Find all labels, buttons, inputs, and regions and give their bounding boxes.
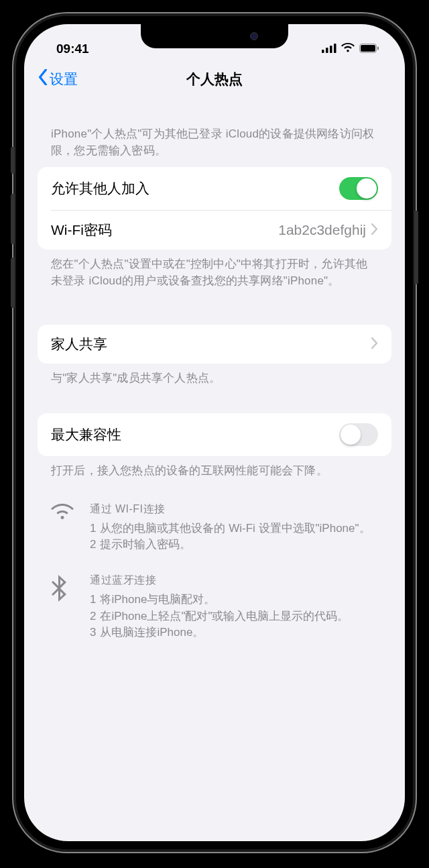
- compat-footer: 打开后，接入您热点的设备的互联网性能可能会下降。: [38, 456, 391, 488]
- wifi-password-row[interactable]: Wi-Fi密码 1ab2c3defghij: [51, 210, 391, 250]
- max-compat-toggle[interactable]: [339, 423, 378, 446]
- bt-step-1: 1将iPhone与电脑配对。: [90, 592, 378, 608]
- back-label: 设置: [50, 70, 78, 89]
- svg-rect-3: [334, 44, 336, 53]
- power-button: [414, 211, 418, 284]
- header-description: iPhone"个人热点"可为其他已登录 iCloud的设备提供网络访问权限，您无…: [38, 101, 391, 167]
- svg-rect-2: [330, 46, 332, 53]
- svg-rect-1: [326, 48, 328, 53]
- wifi-password-label: Wi-Fi密码: [51, 221, 278, 239]
- allow-others-row[interactable]: 允许其他人加入: [38, 167, 391, 210]
- family-sharing-label: 家人共享: [51, 335, 371, 354]
- compat-group: 最大兼容性: [38, 413, 391, 456]
- wifi-inst-title: 通过 WI-FI连接: [90, 502, 378, 517]
- wifi-icon: [51, 502, 75, 553]
- mute-switch: [11, 147, 15, 174]
- max-compat-label: 最大兼容性: [51, 425, 339, 444]
- nav-bar: 设置 个人热点: [24, 61, 405, 101]
- page-title: 个人热点: [24, 70, 405, 89]
- wifi-icon: [341, 42, 355, 56]
- toggle-knob: [357, 178, 377, 199]
- front-camera-icon: [250, 32, 258, 40]
- chevron-right-icon: [371, 335, 378, 353]
- svg-rect-0: [322, 50, 324, 53]
- battery-icon: [359, 42, 379, 56]
- cellular-icon: [322, 42, 336, 56]
- family-sharing-row[interactable]: 家人共享: [38, 325, 391, 364]
- bluetooth-icon: [51, 574, 75, 641]
- wifi-step-1: 1从您的电脑或其他设备的 Wi-Fi 设置中选取"iPhone"。: [90, 521, 378, 537]
- volume-down-button: [11, 258, 15, 308]
- bluetooth-instructions: 通过蓝牙连接 1将iPhone与电脑配对。 2在iPhone上轻点"配对"或输入…: [51, 574, 378, 641]
- chevron-right-icon: [371, 221, 378, 239]
- chevron-left-icon: [38, 69, 48, 89]
- hotspot-group: 允许其他人加入 Wi-Fi密码 1ab2c3defghij: [38, 167, 391, 250]
- volume-up-button: [11, 194, 15, 244]
- bt-inst-title: 通过蓝牙连接: [90, 574, 378, 588]
- device-frame: 09:41 设置 个人热点: [13, 13, 416, 852]
- bt-step-3: 3从电脑连接iPhone。: [90, 625, 378, 641]
- toggle-knob: [341, 425, 361, 445]
- max-compat-row[interactable]: 最大兼容性: [38, 413, 391, 456]
- notch: [141, 24, 288, 48]
- instructions: 通过 WI-FI连接 1从您的电脑或其他设备的 Wi-Fi 设置中选取"iPho…: [38, 488, 391, 641]
- bt-step-2: 2在iPhone上轻点"配对"或输入电脑上显示的代码。: [90, 608, 378, 625]
- family-footer: 与"家人共享"成员共享个人热点。: [38, 364, 391, 395]
- wifi-step-2: 2提示时输入密码。: [90, 537, 378, 553]
- status-time: 09:41: [56, 42, 89, 56]
- wifi-password-value: 1ab2c3defghij: [278, 222, 366, 238]
- allow-others-label: 允许其他人加入: [51, 179, 339, 198]
- allow-others-toggle[interactable]: [339, 177, 378, 200]
- svg-rect-5: [361, 45, 375, 52]
- allow-others-footer: 您在"个人热点"设置中或在"控制中心"中将其打开时，允许其他未登录 iCloud…: [38, 250, 391, 297]
- wifi-instructions: 通过 WI-FI连接 1从您的电脑或其他设备的 Wi-Fi 设置中选取"iPho…: [51, 502, 378, 553]
- svg-rect-6: [377, 46, 379, 50]
- screen: 09:41 设置 个人热点: [24, 24, 405, 841]
- back-button[interactable]: 设置: [38, 69, 78, 89]
- family-group: 家人共享: [38, 325, 391, 364]
